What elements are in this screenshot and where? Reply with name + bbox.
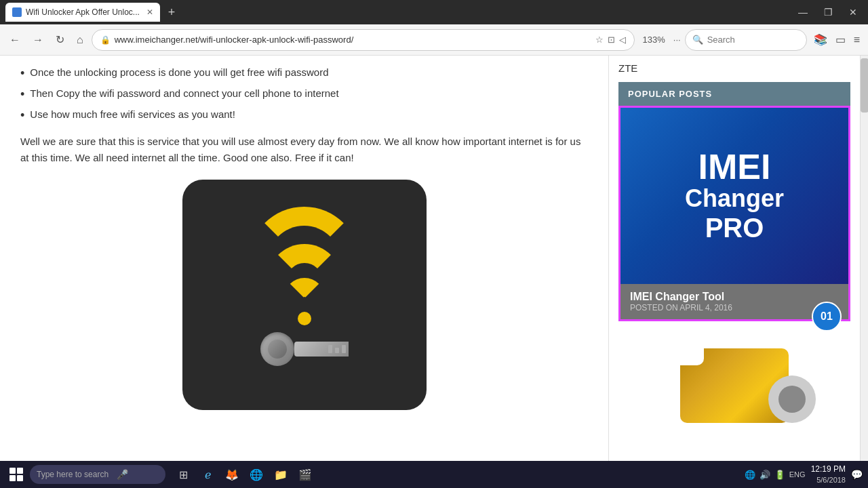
imei-title: IMEI [698, 149, 771, 184]
sidebar-icon[interactable]: ▭ [833, 30, 848, 49]
battery-icon: 🔋 [774, 470, 785, 480]
main-content: Once the unlocking process is done you w… [0, 56, 609, 461]
minimize-button[interactable]: — [793, 5, 813, 19]
language-indicator: ENG [789, 470, 806, 479]
library-icon[interactable]: 📚 [811, 30, 830, 49]
secure-icon: 🔒 [100, 35, 111, 45]
forward-button[interactable]: → [28, 31, 47, 49]
sim-loop [768, 375, 816, 423]
list-item-text: Use how much free wifi services as you w… [30, 108, 235, 120]
key-tooth [328, 345, 332, 353]
address-text: www.imeichanger.net/wifi-unlocker-apk-un… [115, 35, 591, 45]
microphone-icon[interactable]: 🎤 [117, 469, 128, 480]
search-icon: 🔍 [692, 35, 703, 45]
tab-favicon [12, 7, 22, 17]
clock-date: 5/6/2018 [811, 475, 846, 485]
address-actions: ☆ ⊡ ◁ [595, 35, 626, 45]
task-view-button[interactable]: ⊞ [172, 464, 194, 485]
list-item-text: Once the unlocking process is done you w… [30, 66, 328, 78]
list-item: Use how much free wifi services as you w… [20, 108, 588, 123]
pocket-button[interactable]: ◁ [619, 35, 626, 45]
popular-posts-header: POPULAR POSTS [618, 82, 850, 106]
sidebar-zte: ZTE [618, 62, 850, 74]
zoom-level[interactable]: 133% [639, 33, 669, 46]
wifi-icon-container [182, 180, 427, 410]
key-tooth [342, 345, 346, 353]
window-controls: — ❐ ✕ [793, 5, 863, 19]
network-icon: 🌐 [745, 470, 755, 480]
scrollbar-thumb[interactable] [861, 58, 868, 113]
reader-mode-button[interactable]: ⊡ [608, 35, 615, 45]
close-button[interactable]: ✕ [844, 5, 863, 19]
scrollbar-track[interactable] [860, 56, 868, 461]
list-item: Then Copy the wifi password and connect … [20, 87, 588, 102]
paragraph-text: Well we are sure that this is service th… [20, 134, 588, 166]
key-head [260, 332, 294, 366]
imei-card-date: POSTED ON APRIL 4, 2016 [630, 303, 839, 312]
imei-badge: 01 [812, 302, 842, 331]
imei-pro: PRO [705, 213, 764, 243]
imei-card-background: IMEI Changer PRO [620, 108, 848, 284]
browser-tab[interactable]: Wifi Unlocker Apk Offer Unloc... ✕ [5, 3, 160, 22]
tab-title: Wifi Unlocker Apk Offer Unloc... [26, 7, 140, 17]
folder-icon[interactable]: 📁 [270, 464, 292, 485]
chrome-icon[interactable]: 🌐 [245, 464, 267, 485]
sim-chip-cut [680, 348, 704, 365]
key-body [294, 342, 349, 357]
edge-icon[interactable]: ℯ [197, 464, 218, 485]
tab-close-button[interactable]: ✕ [146, 7, 153, 17]
system-clock: 12:19 PM 5/6/2018 [811, 464, 846, 485]
imei-card-title: IMEI Changer Tool [630, 291, 839, 303]
key-icon [260, 332, 349, 366]
taskbar-search[interactable]: Type here to search 🎤 [30, 465, 165, 484]
vlc-icon[interactable]: 🎬 [294, 464, 316, 485]
start-button[interactable] [5, 464, 27, 485]
navbar-right: 📚 ▭ ≡ [811, 30, 863, 49]
home-button[interactable]: ⌂ [73, 31, 87, 49]
imei-changer: Changer [685, 184, 784, 213]
imei-card[interactable]: IMEI Changer PRO IMEI Changer Tool POSTE… [618, 106, 850, 321]
back-button[interactable]: ← [5, 31, 24, 49]
search-box[interactable]: 🔍 [685, 29, 807, 51]
wifi-dot [298, 312, 311, 325]
list-item: Once the unlocking process is done you w… [20, 66, 588, 81]
key-teeth [328, 345, 349, 353]
key-tooth [335, 348, 339, 353]
address-bar[interactable]: 🔒 www.imeichanger.net/wifi-unlocker-apk-… [92, 29, 635, 51]
clock-time: 12:19 PM [811, 464, 846, 475]
taskbar-icons: ⊞ ℯ 🦊 🌐 📁 🎬 [172, 464, 316, 485]
notification-icon[interactable]: 💬 [851, 469, 863, 480]
menu-button[interactable]: ≡ [851, 31, 863, 49]
key-head-inner [268, 340, 287, 359]
refresh-button[interactable]: ↻ [52, 30, 68, 49]
bookmark-button[interactable]: ☆ [595, 35, 604, 45]
wifi-app-image [20, 180, 588, 410]
more-button[interactable]: ··· [673, 35, 681, 45]
new-tab-button[interactable]: + [168, 5, 176, 20]
restore-button[interactable]: ❐ [818, 5, 838, 19]
sim-card-preview [618, 342, 850, 430]
list-item-text: Then Copy the wifi password and connect … [30, 87, 338, 99]
taskbar-search-text: Type here to search [37, 470, 108, 479]
taskbar: Type here to search 🎤 ⊞ ℯ 🦊 🌐 📁 🎬 🌐 🔊 🔋 … [0, 461, 868, 488]
search-input[interactable] [707, 35, 795, 45]
browser-titlebar: Wifi Unlocker Apk Offer Unloc... ✕ + — ❐… [0, 0, 868, 24]
taskbar-right: 🌐 🔊 🔋 ENG 12:19 PM 5/6/2018 💬 [745, 464, 863, 485]
browser-navbar: ← → ↻ ⌂ 🔒 www.imeichanger.net/wifi-unloc… [0, 24, 868, 56]
windows-logo [9, 468, 23, 481]
sidebar: ZTE POPULAR POSTS IMEI Changer PRO IMEI … [609, 56, 860, 461]
firefox-icon[interactable]: 🦊 [221, 464, 243, 485]
volume-icon: 🔊 [760, 470, 770, 480]
wifi-arcs [237, 210, 372, 319]
bullet-list: Once the unlocking process is done you w… [20, 66, 588, 123]
system-tray-icons: 🌐 🔊 🔋 ENG [745, 470, 806, 480]
